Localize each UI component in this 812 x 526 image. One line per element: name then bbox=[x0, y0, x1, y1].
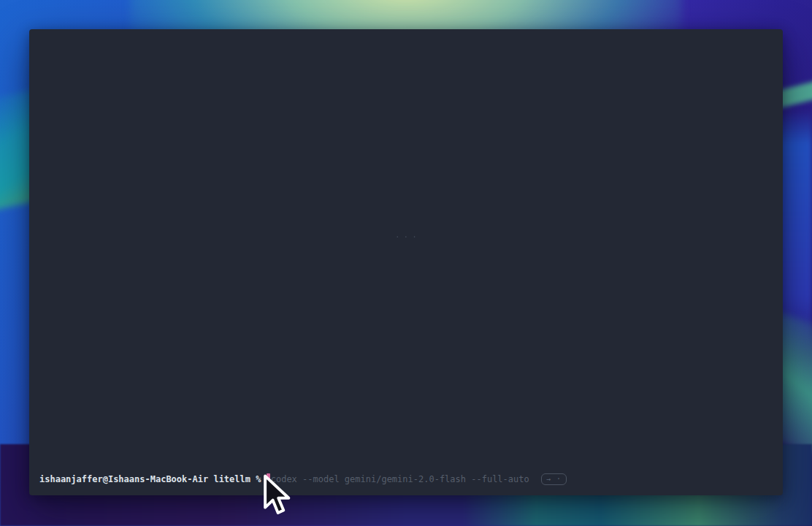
terminal-loading-dots: ··· bbox=[395, 232, 421, 242]
prompt-directory: litellm bbox=[213, 474, 250, 484]
terminal-text-cursor bbox=[267, 473, 270, 484]
autosuggestion-hint-box: → · bbox=[541, 473, 567, 485]
terminal-window[interactable]: ··· ishaanjaffer@Ishaans-MacBook-Air lit… bbox=[29, 29, 783, 495]
desktop: ··· ishaanjaffer@Ishaans-MacBook-Air lit… bbox=[0, 0, 812, 526]
terminal-prompt-line[interactable]: ishaanjaffer@Ishaans-MacBook-Air litellm… bbox=[39, 473, 773, 486]
command-autosuggestion: codex --model gemini/gemini-2.0-flash --… bbox=[271, 474, 529, 484]
prompt-user-host: ishaanjaffer@Ishaans-MacBook-Air bbox=[39, 474, 208, 484]
prompt-symbol: % bbox=[256, 474, 261, 484]
